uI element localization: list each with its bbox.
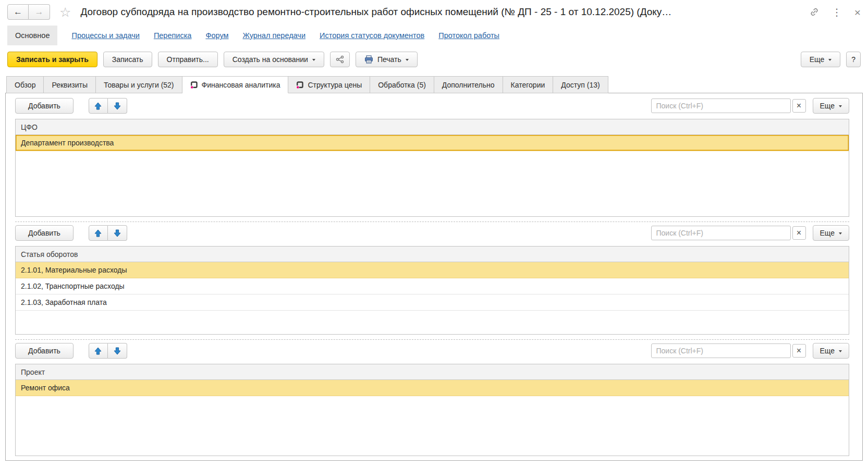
tab-label: Финансовая аналитика [202,81,280,89]
more-button[interactable]: Еще [801,52,841,67]
cfo-table: ЦФО Департамент производства [15,119,849,217]
arrow-down-icon [114,347,121,355]
search-input[interactable] [651,99,791,113]
move-up-button[interactable] [89,343,108,359]
tab-label: Товары и услуги (52) [104,81,174,89]
help-button[interactable]: ? [846,52,861,67]
add-button[interactable]: Добавить [15,225,74,241]
group-splitter[interactable] [15,222,849,222]
table-row[interactable]: 2.1.03, Заработная плата [16,294,849,311]
grid-empty-area [16,311,849,334]
chevron-down-icon [828,59,832,61]
grid-empty-area [16,396,849,456]
turnover-item-toolbar: Добавить × Еще [15,225,849,241]
tab-goods-services[interactable]: Товары и услуги (52) [96,76,182,93]
tab-label: Структура цены [308,81,362,89]
tab-requisites[interactable]: Реквизиты [44,76,96,93]
nav-item-work-protocol[interactable]: Протокол работы [438,31,499,40]
reorder-buttons [89,225,127,241]
tab-price-structure[interactable]: Структура цены [288,76,370,93]
back-button[interactable]: ← [7,4,29,20]
clear-search-button[interactable]: × [792,99,806,113]
command-bar: Записать и закрыть Записать Отправить...… [0,47,868,72]
favorite-star-icon[interactable]: ☆ [59,6,71,19]
tab-overview[interactable]: Обзор [6,76,44,93]
clear-search-button[interactable]: × [792,226,806,240]
nav-item-processes[interactable]: Процессы и задачи [71,31,139,40]
save-button[interactable]: Записать [103,52,152,67]
cfo-toolbar: Добавить × Еще [15,98,849,114]
table-row[interactable]: 2.1.02, Транспортные расходы [16,278,849,294]
move-down-button[interactable] [108,98,127,114]
share-button[interactable] [330,52,350,67]
chevron-down-icon [839,350,842,352]
column-header-turnover-item[interactable]: Статья оборотов [16,247,849,262]
print-button[interactable]: Печать [356,52,418,67]
document-tabs: Обзор Реквизиты Товары и услуги (52) Фин… [0,76,868,93]
arrow-up-icon [94,229,102,237]
nav-item-forum[interactable]: Форум [205,31,228,40]
group-splitter[interactable] [15,339,849,340]
search-input[interactable] [651,226,791,240]
forward-button[interactable]: → [29,4,50,20]
nav-item-transfer-log[interactable]: Журнал передачи [242,31,305,40]
nav-item-status-history[interactable]: История статусов документов [320,31,424,40]
table-row[interactable]: Ремонт офиса [16,380,849,396]
turnover-item-table: Статья оборотов 2.1.01, Материальные рас… [15,246,849,335]
grid-empty-area [16,151,849,216]
arrow-up-icon [94,102,102,110]
reorder-buttons [89,343,127,359]
chevron-down-icon [312,59,315,61]
send-button[interactable]: Отправить... [158,52,218,67]
nav-item-correspondence[interactable]: Переписка [154,31,192,40]
chevron-down-icon [406,59,409,61]
tab-label: Обработка (5) [378,81,426,89]
add-button[interactable]: Добавить [15,98,74,114]
clear-search-button[interactable]: × [792,344,806,358]
column-header-cfo[interactable]: ЦФО [16,119,849,135]
more-label: Еще [810,55,825,64]
tab-categories[interactable]: Категории [503,76,554,93]
printer-icon [364,55,373,64]
column-header-project[interactable]: Проект [16,364,849,380]
table-row[interactable]: Департамент производства [16,135,849,151]
more-button[interactable]: Еще [813,225,850,241]
tab-label: Реквизиты [52,81,88,89]
create-on-basis-button[interactable]: Создать на основании [224,52,324,67]
save-and-close-button[interactable]: Записать и закрыть [7,52,97,67]
more-button[interactable]: Еще [813,343,850,359]
tab-processing[interactable]: Обработка (5) [370,76,434,93]
titlebar: ← → ☆ Договор субподряда на производство… [0,0,868,24]
chevron-down-icon [839,232,842,235]
kebab-menu-icon[interactable]: ⋮ [832,7,842,17]
more-button[interactable]: Еще [813,98,850,114]
reorder-buttons [89,98,127,114]
nav-item-main[interactable]: Основное [7,26,57,45]
move-down-button[interactable] [108,343,127,359]
move-up-button[interactable] [89,225,108,241]
tab-label: Категории [511,81,545,89]
more-label: Еще [820,347,835,355]
section-nav: Основное Процессы и задачи Переписка Фор… [0,24,868,47]
table-row[interactable]: 2.1.01, Материальные расходы [16,262,849,278]
add-button[interactable]: Добавить [15,343,74,359]
back-icon: ← [14,7,22,17]
arrow-up-icon [94,347,102,355]
modified-tab-icon [190,81,198,89]
tab-access[interactable]: Доступ (13) [553,76,608,93]
print-label: Печать [377,55,401,64]
more-label: Еще [820,229,835,237]
move-down-button[interactable] [108,225,127,241]
chevron-down-icon [839,105,842,107]
tab-label: Обзор [15,81,35,89]
move-up-button[interactable] [89,98,108,114]
tab-content-panel: Добавить × Еще ЦФО Департамент производс… [5,93,863,461]
search-input[interactable] [651,343,791,358]
close-icon[interactable]: × [854,7,861,18]
get-link-icon[interactable] [809,7,820,17]
tab-additional[interactable]: Дополнительно [434,76,503,93]
tab-financial-analytics[interactable]: Финансовая аналитика [182,76,289,93]
arrow-down-icon [114,229,121,237]
arrow-down-icon [114,102,121,110]
forward-icon: → [35,7,44,17]
